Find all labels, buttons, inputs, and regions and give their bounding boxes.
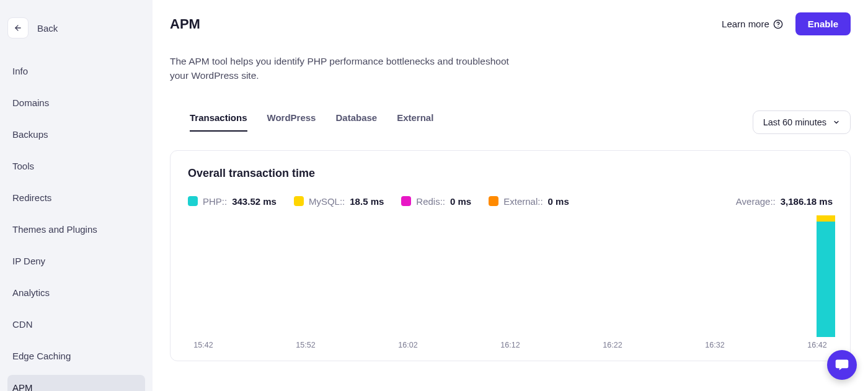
chart-x-tick: 16:02 [395, 341, 421, 349]
average-value: 3,186.18 ms [781, 196, 833, 207]
swatch-php [188, 196, 198, 206]
tab-transactions[interactable]: Transactions [190, 112, 247, 132]
sidebar-item-cdn[interactable]: CDN [7, 312, 145, 337]
page-title: APM [170, 16, 200, 32]
sidebar: Back Info Domains Backups Tools Redirect… [0, 0, 153, 391]
chat-launcher-button[interactable] [827, 350, 857, 380]
legend-label: External:: [503, 196, 542, 207]
chart-bar [817, 215, 835, 336]
chart-bars [188, 215, 833, 337]
back-row: Back [7, 15, 145, 56]
sidebar-item-label: Analytics [12, 287, 50, 298]
sidebar-item-label: Tools [12, 161, 34, 171]
legend-value: 0 ms [450, 196, 471, 207]
sidebar-item-info[interactable]: Info [7, 58, 145, 84]
legend-label: MySQL:: [309, 196, 345, 207]
sidebar-item-backups[interactable]: Backups [7, 122, 145, 147]
legend-left: PHP:: 343.52 ms MySQL:: 18.5 ms Redis:: … [188, 196, 569, 207]
sidebar-item-redirects[interactable]: Redirects [7, 185, 145, 210]
sidebar-item-themes[interactable]: Themes and Plugins [7, 217, 145, 242]
legend-value: 18.5 ms [350, 196, 384, 207]
chart-x-tick: 16:42 [804, 341, 830, 349]
sidebar-item-edge-caching[interactable]: Edge Caching [7, 343, 145, 369]
tabs: Transactions WordPress Database External [170, 112, 433, 132]
sidebar-item-label: Redirects [12, 192, 51, 203]
sidebar-item-apm[interactable]: APM [7, 375, 145, 391]
back-label: Back [37, 23, 58, 34]
learn-more-link[interactable]: Learn more [722, 19, 783, 29]
legend-item-external: External:: 0 ms [489, 196, 569, 207]
chart-x-tick: 16:22 [600, 341, 626, 349]
chart-x-tick: 15:52 [293, 341, 319, 349]
sidebar-item-label: Edge Caching [12, 351, 71, 361]
legend-label: Redis:: [416, 196, 445, 207]
chart-bar-segment [817, 215, 835, 222]
tab-external[interactable]: External [397, 112, 433, 132]
legend-value: 0 ms [548, 196, 569, 207]
chart-x-axis: 15:4215:5216:0216:1216:2216:3216:42 [188, 337, 833, 349]
sidebar-item-label: Info [12, 66, 28, 76]
sidebar-item-tools[interactable]: Tools [7, 153, 145, 179]
chart-bar-segment [817, 222, 835, 336]
swatch-redis [401, 196, 411, 206]
sidebar-item-label: Domains [12, 97, 49, 108]
tabs-row: Transactions WordPress Database External… [170, 110, 851, 134]
sidebar-item-label: Backups [12, 129, 48, 140]
chart-x-tick: 16:32 [702, 341, 728, 349]
page-description: The APM tool helps you identify PHP perf… [170, 54, 529, 83]
enable-button[interactable]: Enable [795, 12, 851, 35]
time-range-select[interactable]: Last 60 minutes [753, 110, 851, 134]
legend-value: 343.52 ms [232, 196, 277, 207]
sidebar-item-label: CDN [12, 319, 33, 330]
legend-item-php: PHP:: 343.52 ms [188, 196, 277, 207]
tab-database[interactable]: Database [335, 112, 377, 132]
swatch-mysql [294, 196, 304, 206]
chart-x-tick: 16:12 [497, 341, 523, 349]
time-range-label: Last 60 minutes [763, 117, 826, 127]
sidebar-item-analytics[interactable]: Analytics [7, 280, 145, 305]
header-actions: Learn more Enable [722, 12, 851, 35]
learn-more-label: Learn more [722, 19, 769, 29]
chevron-down-icon [833, 119, 840, 126]
legend-item-redis: Redis:: 0 ms [401, 196, 471, 207]
chart-x-tick: 15:42 [190, 341, 216, 349]
arrow-left-icon [14, 24, 22, 32]
sidebar-item-ip-deny[interactable]: IP Deny [7, 248, 145, 274]
legend-average: Average:: 3,186.18 ms [736, 196, 833, 207]
swatch-external [489, 196, 498, 206]
legend-item-mysql: MySQL:: 18.5 ms [294, 196, 384, 207]
main: APM Learn more Enable The APM tool helps… [153, 0, 868, 391]
back-button[interactable] [7, 17, 29, 38]
legend-label: PHP:: [203, 196, 227, 207]
chat-icon [835, 357, 849, 372]
tab-wordpress[interactable]: WordPress [267, 112, 316, 132]
card-title: Overall transaction time [188, 167, 833, 180]
chart-area: 15:4215:5216:0216:1216:2216:3216:42 [188, 215, 833, 351]
help-circle-icon [773, 19, 783, 29]
sidebar-item-domains[interactable]: Domains [7, 90, 145, 115]
legend-row: PHP:: 343.52 ms MySQL:: 18.5 ms Redis:: … [188, 196, 833, 207]
average-label: Average:: [736, 196, 776, 207]
chart-card: Overall transaction time PHP:: 343.52 ms… [170, 150, 851, 361]
sidebar-item-label: APM [12, 382, 33, 391]
sidebar-item-label: Themes and Plugins [12, 224, 97, 235]
sidebar-item-label: IP Deny [12, 256, 45, 266]
header: APM Learn more Enable [170, 12, 851, 35]
